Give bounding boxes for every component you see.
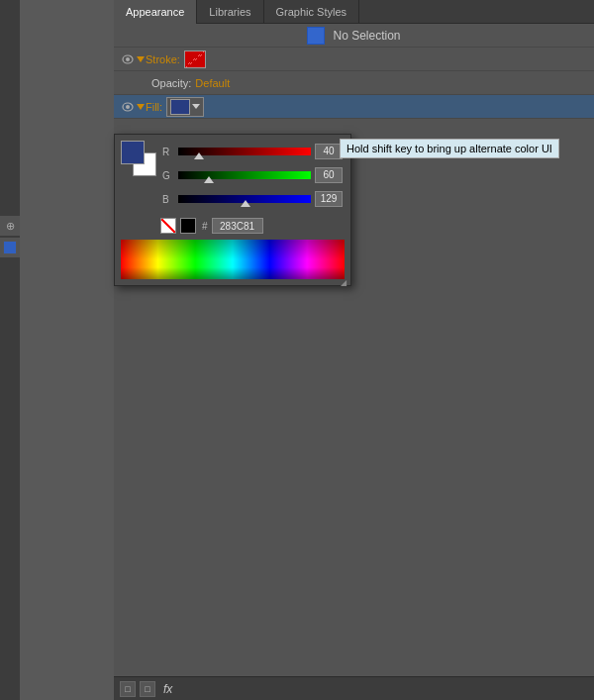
b-slider-row: B 129 [162, 188, 343, 210]
fill-swatch-color [170, 99, 190, 115]
fill-expand-btn[interactable] [136, 102, 146, 112]
r-value[interactable]: 40 [315, 144, 343, 159]
g-value[interactable]: 60 [315, 167, 343, 183]
stroke-row: Stroke: [114, 48, 594, 71]
opacity-label: Opacity: [151, 77, 191, 89]
rgb-sliders: R 40 G 60 [160, 141, 345, 212]
no-selection-label: No Selection [333, 29, 400, 43]
hex-row: # [115, 216, 350, 238]
g-track-gradient [178, 171, 311, 179]
fill-color-swatch[interactable] [166, 97, 204, 117]
left-panel [20, 0, 114, 700]
r-slider-track[interactable] [178, 148, 311, 155]
panel-bottom-bar: □ □ fx [114, 676, 594, 700]
stroke-color-swatch[interactable] [184, 50, 206, 68]
no-color-swatch[interactable] [160, 218, 176, 234]
opacity-row: Opacity: Default [114, 71, 594, 95]
fill-dropdown-arrow[interactable] [192, 104, 200, 109]
fill-label: Fill: [146, 101, 162, 113]
new-layer-icon[interactable]: □ [120, 681, 136, 697]
g-slider-thumb[interactable] [204, 176, 214, 183]
tool-strip [0, 0, 20, 700]
appearance-panel: No Selection Stroke: Opacity: Default [114, 24, 594, 119]
g-label: G [162, 170, 174, 181]
tab-libraries[interactable]: Libraries [197, 0, 263, 24]
svg-point-3 [126, 105, 130, 109]
delete-icon[interactable]: □ [140, 681, 155, 697]
panel-container: Appearance Libraries Graphic Styles No S… [114, 0, 594, 119]
fg-bg-swatches [121, 141, 156, 176]
b-slider-thumb[interactable] [241, 200, 250, 207]
fx-label[interactable]: fx [163, 682, 172, 696]
tab-graphic-styles[interactable]: Graphic Styles [264, 0, 360, 24]
b-label: B [162, 194, 174, 205]
spectrum-bottom-overlay [121, 267, 345, 279]
b-value[interactable]: 129 [315, 191, 343, 207]
g-slider-row: G 60 [162, 164, 343, 186]
r-label: R [162, 147, 174, 157]
no-selection-row: No Selection [114, 24, 594, 48]
svg-point-1 [126, 57, 130, 61]
tab-appearance[interactable]: Appearance [114, 0, 197, 24]
spectrum-dark-overlay [121, 240, 345, 259]
color-picker-top: R 40 G 60 [115, 135, 350, 216]
resize-handle[interactable]: ◢ [341, 275, 350, 285]
color-mode-icon[interactable] [0, 238, 20, 257]
stroke-eye-icon[interactable] [120, 51, 136, 67]
hex-input[interactable] [212, 218, 263, 234]
no-selection-icon [307, 27, 325, 45]
stroke-expand-btn[interactable] [136, 54, 146, 64]
fill-eye-icon[interactable] [120, 99, 136, 115]
color-picker-popup: R 40 G 60 [114, 134, 351, 286]
fill-row: Fill: [114, 95, 594, 119]
b-slider-track[interactable] [178, 195, 311, 203]
fg-swatch[interactable] [121, 141, 145, 164]
stroke-label: Stroke: [146, 53, 180, 65]
tab-bar: Appearance Libraries Graphic Styles [114, 0, 594, 24]
hex-label: # [202, 221, 208, 232]
color-spectrum[interactable] [121, 240, 345, 279]
g-slider-track[interactable] [178, 171, 311, 179]
r-slider-row: R 40 [162, 141, 343, 162]
globe-icon[interactable]: ⊕ [0, 216, 20, 236]
r-slider-thumb[interactable] [194, 152, 204, 159]
black-swatch[interactable] [180, 218, 196, 234]
tooltip: Hold shift key to bring up alternate col… [340, 139, 559, 158]
opacity-value[interactable]: Default [195, 77, 230, 89]
